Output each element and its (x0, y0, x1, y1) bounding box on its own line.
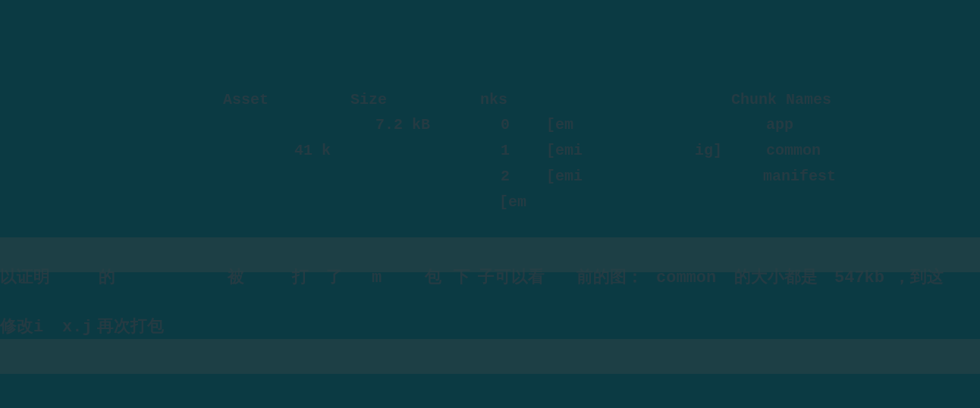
ghost-text: m (372, 264, 382, 292)
ghost-text: Size (350, 87, 387, 113)
ghost-text: app (766, 112, 793, 138)
ghost-text: 打 (292, 264, 309, 292)
ghost-text: 547kb (834, 264, 884, 292)
ghost-text: ，到这 (894, 264, 944, 292)
ghost-text: 再次打包 (97, 313, 164, 341)
ghost-text: [emi (546, 138, 583, 164)
ghost-text: [em (499, 190, 526, 215)
ghost-text: manifest (763, 164, 836, 190)
ghost-text: 了 (326, 264, 343, 292)
ghost-text: 1 (501, 138, 510, 164)
ghost-text: [em (546, 112, 573, 138)
ghost-text: 子可以看 (478, 264, 545, 292)
ghost-text: ig] (695, 138, 722, 164)
ghost-text: [emi (546, 164, 583, 190)
ghost-text: 7.2 kB (375, 112, 430, 138)
ghost-text: 的大小都是 (734, 264, 818, 292)
ghost-text: x.j (62, 313, 93, 341)
ghost-text: common (766, 138, 821, 164)
ghost-text: common (656, 264, 716, 292)
ghost-text: 41 k (294, 138, 331, 164)
ghost-text: 2 (501, 164, 510, 190)
ghost-text: 以证明 (0, 264, 50, 292)
ghost-text: 前的图： (576, 264, 643, 292)
ghost-text: 修改i (0, 313, 43, 341)
ghost-text: 0 (501, 112, 510, 138)
ghost-text: 包 (425, 264, 441, 292)
ghost-text: Chunk Names (731, 87, 831, 113)
ghost-text: 的 (99, 264, 115, 292)
ghost-text: 下 (454, 264, 470, 292)
ghost-text: nks (480, 87, 507, 113)
ghost-text: Asset (223, 87, 269, 113)
ghost-text: 被 (228, 264, 244, 292)
